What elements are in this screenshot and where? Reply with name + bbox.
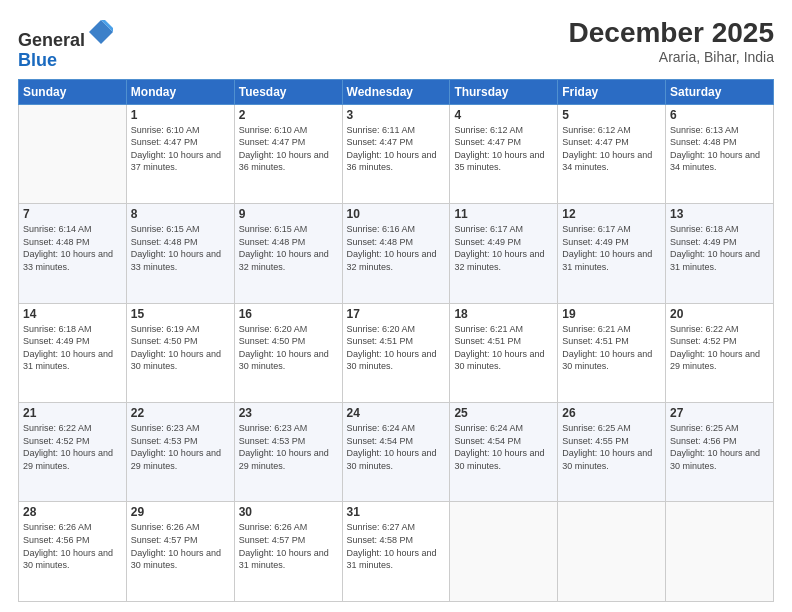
day-info: Sunrise: 6:17 AMSunset: 4:49 PMDaylight:…: [454, 223, 553, 273]
day-number: 8: [131, 207, 230, 221]
table-row: 25Sunrise: 6:24 AMSunset: 4:54 PMDayligh…: [450, 403, 558, 502]
table-row: 11Sunrise: 6:17 AMSunset: 4:49 PMDayligh…: [450, 204, 558, 303]
col-wednesday: Wednesday: [342, 79, 450, 104]
day-number: 9: [239, 207, 338, 221]
day-number: 4: [454, 108, 553, 122]
day-info: Sunrise: 6:20 AMSunset: 4:51 PMDaylight:…: [347, 323, 446, 373]
day-number: 30: [239, 505, 338, 519]
logo-icon: [87, 18, 115, 46]
table-row: 7Sunrise: 6:14 AMSunset: 4:48 PMDaylight…: [19, 204, 127, 303]
day-number: 26: [562, 406, 661, 420]
day-info: Sunrise: 6:20 AMSunset: 4:50 PMDaylight:…: [239, 323, 338, 373]
logo-blue: Blue: [18, 50, 57, 70]
table-row: 6Sunrise: 6:13 AMSunset: 4:48 PMDaylight…: [666, 104, 774, 203]
col-sunday: Sunday: [19, 79, 127, 104]
location: Araria, Bihar, India: [569, 49, 774, 65]
day-number: 25: [454, 406, 553, 420]
day-info: Sunrise: 6:21 AMSunset: 4:51 PMDaylight:…: [454, 323, 553, 373]
month-year: December 2025: [569, 18, 774, 49]
day-number: 13: [670, 207, 769, 221]
day-info: Sunrise: 6:19 AMSunset: 4:50 PMDaylight:…: [131, 323, 230, 373]
table-row: 13Sunrise: 6:18 AMSunset: 4:49 PMDayligh…: [666, 204, 774, 303]
table-row: 27Sunrise: 6:25 AMSunset: 4:56 PMDayligh…: [666, 403, 774, 502]
day-info: Sunrise: 6:24 AMSunset: 4:54 PMDaylight:…: [454, 422, 553, 472]
day-number: 28: [23, 505, 122, 519]
day-number: 23: [239, 406, 338, 420]
table-row: 29Sunrise: 6:26 AMSunset: 4:57 PMDayligh…: [126, 502, 234, 602]
table-row: 16Sunrise: 6:20 AMSunset: 4:50 PMDayligh…: [234, 303, 342, 402]
day-number: 29: [131, 505, 230, 519]
logo-general: General: [18, 30, 85, 50]
table-row: [450, 502, 558, 602]
day-number: 2: [239, 108, 338, 122]
col-friday: Friday: [558, 79, 666, 104]
header-row: Sunday Monday Tuesday Wednesday Thursday…: [19, 79, 774, 104]
table-row: 20Sunrise: 6:22 AMSunset: 4:52 PMDayligh…: [666, 303, 774, 402]
day-number: 31: [347, 505, 446, 519]
day-number: 6: [670, 108, 769, 122]
day-number: 10: [347, 207, 446, 221]
table-row: 31Sunrise: 6:27 AMSunset: 4:58 PMDayligh…: [342, 502, 450, 602]
table-row: 5Sunrise: 6:12 AMSunset: 4:47 PMDaylight…: [558, 104, 666, 203]
table-row: 30Sunrise: 6:26 AMSunset: 4:57 PMDayligh…: [234, 502, 342, 602]
day-info: Sunrise: 6:27 AMSunset: 4:58 PMDaylight:…: [347, 521, 446, 571]
day-number: 12: [562, 207, 661, 221]
day-info: Sunrise: 6:14 AMSunset: 4:48 PMDaylight:…: [23, 223, 122, 273]
table-row: 3Sunrise: 6:11 AMSunset: 4:47 PMDaylight…: [342, 104, 450, 203]
day-info: Sunrise: 6:21 AMSunset: 4:51 PMDaylight:…: [562, 323, 661, 373]
day-info: Sunrise: 6:18 AMSunset: 4:49 PMDaylight:…: [23, 323, 122, 373]
calendar-page: General Blue December 2025 Araria, Bihar…: [0, 0, 792, 612]
table-row: 26Sunrise: 6:25 AMSunset: 4:55 PMDayligh…: [558, 403, 666, 502]
table-row: 19Sunrise: 6:21 AMSunset: 4:51 PMDayligh…: [558, 303, 666, 402]
day-number: 20: [670, 307, 769, 321]
day-number: 24: [347, 406, 446, 420]
day-info: Sunrise: 6:12 AMSunset: 4:47 PMDaylight:…: [454, 124, 553, 174]
header: General Blue December 2025 Araria, Bihar…: [18, 18, 774, 71]
table-row: 28Sunrise: 6:26 AMSunset: 4:56 PMDayligh…: [19, 502, 127, 602]
table-row: [19, 104, 127, 203]
day-info: Sunrise: 6:22 AMSunset: 4:52 PMDaylight:…: [670, 323, 769, 373]
day-info: Sunrise: 6:26 AMSunset: 4:57 PMDaylight:…: [131, 521, 230, 571]
table-row: 17Sunrise: 6:20 AMSunset: 4:51 PMDayligh…: [342, 303, 450, 402]
table-row: 22Sunrise: 6:23 AMSunset: 4:53 PMDayligh…: [126, 403, 234, 502]
col-saturday: Saturday: [666, 79, 774, 104]
table-row: 14Sunrise: 6:18 AMSunset: 4:49 PMDayligh…: [19, 303, 127, 402]
table-row: 15Sunrise: 6:19 AMSunset: 4:50 PMDayligh…: [126, 303, 234, 402]
col-thursday: Thursday: [450, 79, 558, 104]
day-info: Sunrise: 6:25 AMSunset: 4:56 PMDaylight:…: [670, 422, 769, 472]
day-info: Sunrise: 6:10 AMSunset: 4:47 PMDaylight:…: [131, 124, 230, 174]
day-info: Sunrise: 6:15 AMSunset: 4:48 PMDaylight:…: [239, 223, 338, 273]
svg-marker-0: [89, 20, 113, 44]
day-number: 18: [454, 307, 553, 321]
day-number: 5: [562, 108, 661, 122]
day-number: 3: [347, 108, 446, 122]
day-info: Sunrise: 6:16 AMSunset: 4:48 PMDaylight:…: [347, 223, 446, 273]
day-info: Sunrise: 6:23 AMSunset: 4:53 PMDaylight:…: [131, 422, 230, 472]
day-number: 11: [454, 207, 553, 221]
table-row: [558, 502, 666, 602]
title-block: December 2025 Araria, Bihar, India: [569, 18, 774, 65]
day-info: Sunrise: 6:15 AMSunset: 4:48 PMDaylight:…: [131, 223, 230, 273]
day-number: 17: [347, 307, 446, 321]
table-row: [666, 502, 774, 602]
day-number: 19: [562, 307, 661, 321]
day-info: Sunrise: 6:17 AMSunset: 4:49 PMDaylight:…: [562, 223, 661, 273]
day-info: Sunrise: 6:10 AMSunset: 4:47 PMDaylight:…: [239, 124, 338, 174]
table-row: 9Sunrise: 6:15 AMSunset: 4:48 PMDaylight…: [234, 204, 342, 303]
logo: General Blue: [18, 18, 115, 71]
day-info: Sunrise: 6:23 AMSunset: 4:53 PMDaylight:…: [239, 422, 338, 472]
day-info: Sunrise: 6:24 AMSunset: 4:54 PMDaylight:…: [347, 422, 446, 472]
table-row: 24Sunrise: 6:24 AMSunset: 4:54 PMDayligh…: [342, 403, 450, 502]
table-row: 18Sunrise: 6:21 AMSunset: 4:51 PMDayligh…: [450, 303, 558, 402]
table-row: 10Sunrise: 6:16 AMSunset: 4:48 PMDayligh…: [342, 204, 450, 303]
table-row: 12Sunrise: 6:17 AMSunset: 4:49 PMDayligh…: [558, 204, 666, 303]
table-row: 23Sunrise: 6:23 AMSunset: 4:53 PMDayligh…: [234, 403, 342, 502]
day-info: Sunrise: 6:26 AMSunset: 4:57 PMDaylight:…: [239, 521, 338, 571]
day-number: 27: [670, 406, 769, 420]
day-info: Sunrise: 6:22 AMSunset: 4:52 PMDaylight:…: [23, 422, 122, 472]
day-number: 1: [131, 108, 230, 122]
day-info: Sunrise: 6:13 AMSunset: 4:48 PMDaylight:…: [670, 124, 769, 174]
table-row: 8Sunrise: 6:15 AMSunset: 4:48 PMDaylight…: [126, 204, 234, 303]
day-number: 7: [23, 207, 122, 221]
day-info: Sunrise: 6:26 AMSunset: 4:56 PMDaylight:…: [23, 521, 122, 571]
